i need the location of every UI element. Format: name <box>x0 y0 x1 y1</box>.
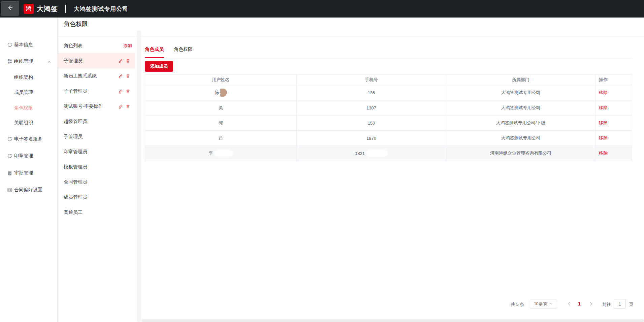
role-name: 测试账号-不要操作 <box>64 103 103 109</box>
role-item[interactable]: 合同管理员 <box>58 174 135 190</box>
sidebar-item-seal-management[interactable]: 印章管理 <box>0 151 58 161</box>
table-row: 郭 150 大鸿签测试专用公司/下级 移除 <box>145 116 632 131</box>
tab-bar: 角色成员 角色权限 <box>145 46 193 57</box>
title-divider <box>58 36 644 36</box>
role-item[interactable]: 超级管理员 <box>58 114 135 129</box>
cell-phone: 136 <box>297 85 446 100</box>
edit-icon[interactable] <box>118 59 123 63</box>
table-row: 吕 1870 大鸿签测试专用公司 移除 <box>145 131 632 146</box>
sidebar-label: 印章管理 <box>14 153 33 159</box>
horizontal-scrollbar[interactable] <box>141 319 644 322</box>
top-bar: 鸿 大鸿签 大鸿签测试专用公司 <box>0 0 644 18</box>
chevron-up-icon[interactable] <box>47 59 51 63</box>
role-item[interactable]: 子管理员 <box>58 129 135 144</box>
table-row: 陈 136 大鸿签测试专用公司 移除 <box>145 85 632 100</box>
cell-username: 郭 <box>145 116 297 130</box>
refresh-circle-icon <box>7 153 12 159</box>
role-item[interactable]: 测试账号-不要操作 <box>58 99 135 114</box>
role-panel-scrollbar[interactable] <box>137 30 141 322</box>
sidebar-label: 电子签名服务 <box>14 136 42 142</box>
remove-member-link[interactable]: 移除 <box>599 135 608 141</box>
sidebar-label: 成员管理 <box>14 90 33 96</box>
trash-icon[interactable] <box>126 104 130 109</box>
role-item[interactable]: 成员管理员 <box>58 190 135 205</box>
trash-icon[interactable] <box>126 89 130 94</box>
username-text: 陈 <box>215 90 219 96</box>
role-item-selected[interactable]: 子管理员 <box>58 53 135 68</box>
cell-phone: 1870 <box>297 131 446 146</box>
page-unit-label: 页 <box>629 301 634 308</box>
goto-page-input[interactable] <box>614 299 626 309</box>
column-header-phone: 手机号 <box>297 74 446 85</box>
card-settings-icon <box>7 187 12 193</box>
chevron-down-icon <box>549 302 553 307</box>
back-button[interactable] <box>1 1 19 16</box>
role-name: 成员管理员 <box>64 194 87 200</box>
trash-icon[interactable] <box>126 59 130 63</box>
sidebar-item-basic-info[interactable]: 基本信息 <box>0 40 58 50</box>
role-name: 合同管理员 <box>64 179 87 185</box>
cell-action: 移除 <box>595 85 632 100</box>
sidebar-item-contract-preference[interactable]: 合同偏好设置 <box>0 185 58 195</box>
remove-member-link[interactable]: 移除 <box>599 105 608 111</box>
role-item[interactable]: 模板管理员 <box>58 159 135 174</box>
remove-member-link[interactable]: 移除 <box>599 120 608 126</box>
sidebar-item-esign-service[interactable]: 电子签名服务 <box>0 134 58 144</box>
sidebar-item-approval-management[interactable]: 审批管理 <box>0 168 58 178</box>
clipboard-check-icon <box>7 170 12 176</box>
role-name: 新员工熟悉系统 <box>64 73 97 79</box>
cell-action: 移除 <box>595 131 632 146</box>
cell-username: 陈 <box>145 85 297 100</box>
page-size-select[interactable]: 10条/页 <box>530 299 557 309</box>
sidebar-label: 基本信息 <box>14 42 33 48</box>
current-page-number[interactable]: 1 <box>577 301 582 307</box>
remove-member-link[interactable]: 移除 <box>599 90 608 96</box>
cell-action: 移除 <box>595 100 632 115</box>
cell-phone: 150 <box>297 116 446 130</box>
sidebar-item-org-management[interactable]: 组织管理 <box>0 56 58 66</box>
pagination-bar: 共 5 条 10条/页 1 前往 页 <box>0 298 644 310</box>
company-title: 大鸿签测试专用公司 <box>74 0 128 18</box>
trash-icon[interactable] <box>126 74 130 78</box>
cell-department: 大鸿签测试专用公司 <box>446 131 595 146</box>
tab-role-permissions[interactable]: 角色权限 <box>174 46 193 57</box>
arrow-left-icon <box>6 4 14 13</box>
role-item[interactable]: 普通员工 <box>58 205 135 220</box>
prev-page-button[interactable] <box>566 301 572 307</box>
role-item[interactable]: 新员工熟悉系统 <box>58 68 135 84</box>
sidebar-label: 组织管理 <box>14 58 33 64</box>
sidebar-item-linked-org[interactable]: 关联组织 <box>0 118 58 128</box>
cell-phone: 1821 <box>297 146 446 161</box>
cell-department: 河南鸿纵企业管理咨询有限公司 <box>446 146 595 161</box>
remove-member-link[interactable]: 移除 <box>599 150 608 156</box>
topbar-divider <box>65 5 66 13</box>
edit-icon[interactable] <box>118 74 123 78</box>
role-item[interactable]: 印章管理员 <box>58 144 135 159</box>
cell-department: 大鸿签测试专用公司 <box>446 85 595 100</box>
role-name: 印章管理员 <box>64 149 87 155</box>
sidebar-item-role-permission[interactable]: 角色权限 <box>0 103 58 113</box>
tab-role-members[interactable]: 角色成员 <box>145 46 164 57</box>
sidebar-item-member-management[interactable]: 成员管理 <box>0 88 58 98</box>
pagination-total: 共 5 条 <box>511 301 524 308</box>
edit-icon[interactable] <box>118 104 123 109</box>
next-page-button[interactable] <box>588 301 594 307</box>
sidebar-label-active: 角色权限 <box>14 105 33 111</box>
role-name: 超级管理员 <box>64 119 87 125</box>
table-row: 吴 1307 大鸿签测试专用公司 移除 <box>145 100 632 116</box>
tabs-divider <box>145 58 632 58</box>
sidebar-label: 组织架构 <box>14 74 33 80</box>
edit-icon[interactable] <box>118 89 123 94</box>
add-role-button[interactable]: 添加 <box>123 43 132 49</box>
redaction-blob <box>220 89 227 97</box>
sidebar-item-org-structure[interactable]: 组织架构 <box>0 72 58 83</box>
role-name: 子管理员 <box>64 134 83 140</box>
add-member-button[interactable]: 添加成员 <box>145 61 173 72</box>
page-size-value: 10条/页 <box>534 301 548 307</box>
role-item[interactable]: 子子管理员 <box>58 84 135 99</box>
role-list-panel: 角色列表 添加 子管理员 新员工熟悉系统 子子管理员 <box>58 38 135 220</box>
phone-text: 1821 <box>355 151 365 156</box>
sidebar-label: 合同偏好设置 <box>14 187 42 193</box>
member-table: 用户姓名 手机号 所属部门 操作 陈 136 大鸿签测试专用公司 移除 吴 13… <box>145 74 632 161</box>
cell-username: 吕 <box>145 131 297 146</box>
